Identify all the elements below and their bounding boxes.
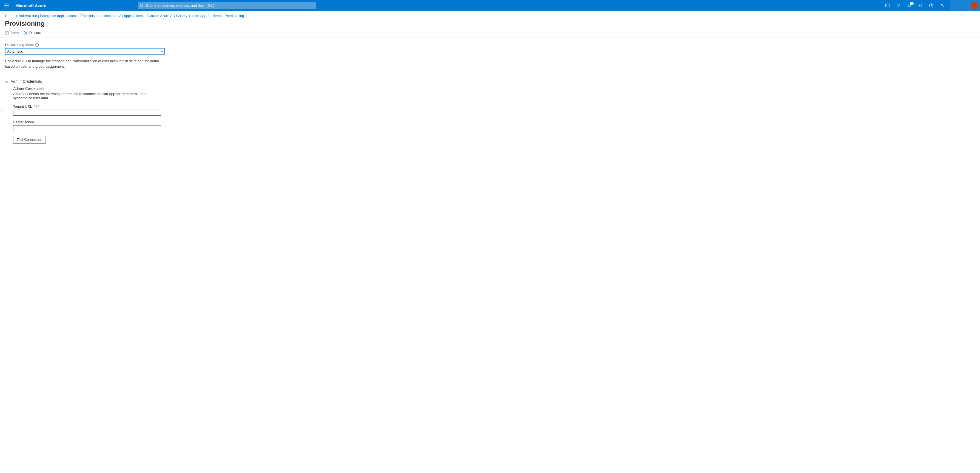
provisioning-mode-select[interactable]: Automatic (5, 48, 165, 54)
breadcrumb: Home › Volterra Inc | Enterprise applica… (0, 11, 980, 19)
chevron-right-icon: › (145, 14, 146, 18)
info-icon[interactable]: i (36, 105, 40, 108)
chevron-right-icon: › (246, 14, 247, 18)
save-label: Save (11, 31, 19, 35)
admin-credentials-body: Admin Credentials Azure AD needs the fol… (5, 86, 165, 143)
chevron-right-icon: › (189, 14, 190, 18)
settings-button[interactable] (915, 0, 926, 11)
chevron-up-icon (5, 80, 8, 84)
tenant-url-label: Tenant URL* i (13, 104, 165, 108)
title-bar: Provisioning ··· (0, 19, 980, 29)
divider (5, 148, 165, 148)
search-input[interactable] (144, 3, 314, 8)
secret-token-input[interactable] (13, 125, 161, 131)
section-title: Admin Credentials (11, 79, 42, 84)
breadcrumb-link[interactable]: scim-app-for-demo | Provisioning (192, 14, 244, 18)
info-icon[interactable]: i (35, 43, 39, 46)
discard-icon (24, 31, 28, 35)
chevron-right-icon: › (16, 14, 17, 18)
gear-icon (918, 3, 923, 8)
close-button[interactable] (968, 19, 975, 27)
brand-label[interactable]: Microsoft Azure (13, 3, 53, 8)
save-button[interactable]: Save (5, 31, 19, 35)
global-search[interactable] (138, 2, 316, 9)
provisioning-mode-label: Provisioning Mode i (5, 43, 165, 47)
hamburger-menu[interactable] (0, 0, 13, 11)
filter-icon (896, 3, 900, 8)
top-icon-bar: 2 (882, 0, 950, 11)
svg-rect-5 (885, 4, 889, 7)
breadcrumb-link[interactable]: Home (5, 14, 14, 18)
avatar (971, 2, 978, 9)
cloud-shell-icon (885, 3, 889, 8)
feedback-icon (940, 3, 944, 8)
admin-credentials-toggle[interactable]: Admin Credentials (5, 79, 165, 86)
account-menu[interactable] (950, 0, 980, 11)
search-icon (140, 3, 144, 7)
required-asterisk: * (34, 104, 35, 108)
command-bar: Save Discard (0, 29, 980, 38)
tenant-url-input[interactable] (13, 110, 161, 116)
provisioning-form: Provisioning Mode i Automatic Use Azure … (0, 38, 170, 153)
chevron-right-icon: › (78, 14, 79, 18)
close-icon (970, 21, 974, 25)
test-connection-button[interactable]: Test Connection (13, 135, 46, 143)
directory-filter-button[interactable] (893, 0, 904, 11)
admin-credentials-desc: Azure AD needs the following information… (13, 92, 165, 100)
notifications-button[interactable]: 2 (904, 0, 915, 11)
help-button[interactable] (926, 0, 937, 11)
cloud-shell-button[interactable] (882, 0, 893, 11)
resize-handle-icon: ↔ (0, 109, 3, 112)
more-menu[interactable]: ··· (48, 21, 52, 25)
help-icon (929, 3, 934, 8)
save-icon (5, 31, 9, 35)
notification-badge: 2 (910, 2, 914, 5)
feedback-button[interactable] (937, 0, 948, 11)
discard-button[interactable]: Discard (24, 31, 41, 35)
divider (5, 75, 165, 75)
secret-token-label: Secret Token (13, 120, 165, 124)
discard-label: Discard (29, 31, 41, 35)
admin-credentials-heading: Admin Credentials (13, 86, 165, 91)
svg-point-6 (920, 5, 921, 6)
page-title: Provisioning (5, 20, 45, 27)
top-bar: Microsoft Azure 2 (0, 0, 980, 11)
breadcrumb-link[interactable]: Browse Azure AD Gallery (148, 14, 188, 18)
svg-point-3 (141, 4, 143, 6)
hamburger-icon (4, 3, 9, 7)
provisioning-mode-help: Use Azure AD to manage the creation and … (5, 58, 165, 69)
breadcrumb-link[interactable]: Volterra Inc | Enterprise applications (19, 14, 76, 18)
svg-point-8 (942, 4, 943, 5)
breadcrumb-link[interactable]: Enterprise applications | All applicatio… (80, 14, 143, 18)
svg-line-4 (143, 6, 143, 7)
